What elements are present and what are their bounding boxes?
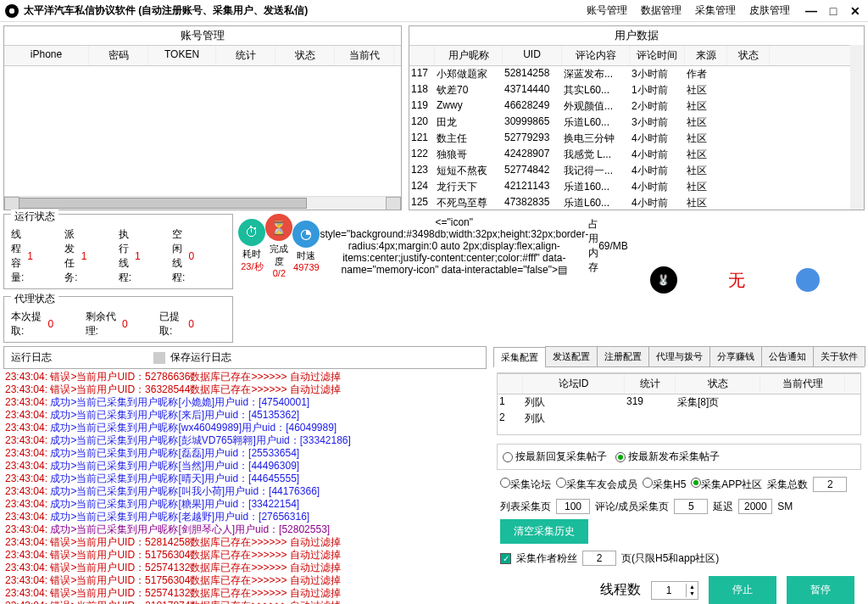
pause-button[interactable]: 暂停 (787, 576, 854, 604)
col-token[interactable]: TOKEN (148, 46, 216, 65)
table-row[interactable]: 124龙行天下42121143乐道160...4小时前社区 (409, 179, 850, 195)
col-iphone[interactable]: iPhone (4, 46, 89, 65)
list-page-input[interactable] (556, 499, 590, 514)
clear-history-button[interactable]: 清空采集历史 (500, 519, 588, 544)
table-row[interactable]: 118钦差7043714440其实L60...1小时前社区 (409, 82, 850, 98)
speed-label: 时速 (292, 249, 320, 262)
tab-send-config[interactable]: 发送配置 (545, 346, 598, 366)
table-row[interactable]: 123短短不熬夜52774842我记得一...4小时前社区 (409, 163, 850, 179)
log-title: 运行日志 (11, 350, 52, 365)
tab-about[interactable]: 关于软件 (813, 346, 865, 366)
thread-spinner[interactable]: ▲▼ (651, 581, 698, 600)
col-nickname[interactable]: 用户昵称 (435, 46, 503, 65)
clock-icon: ⏱ (238, 219, 265, 246)
table-row[interactable]: 120田龙30999865乐道L60...3小时前社区 (409, 115, 850, 131)
log-body[interactable]: 23:43:04: 错误>当前用户UID：52786636数据库已存在>>>>>… (3, 371, 487, 604)
delay-input[interactable] (738, 499, 772, 514)
col-state[interactable]: 状态 (275, 46, 335, 65)
menu-collect[interactable]: 采集管理 (695, 3, 736, 18)
col-source[interactable]: 来源 (685, 46, 727, 65)
done-value: 0/2 (265, 268, 292, 278)
bottom-bar: 线程数 ▲▼ 停止 暂停 (493, 569, 865, 604)
table-row[interactable]: 1列队319采集[8]页 (498, 394, 860, 411)
forum-table-body[interactable]: 1列队319采集[8]页2列队 (498, 394, 860, 427)
account-table-head: iPhone 密码 TOKEN 统计 状态 当前代 (4, 45, 401, 66)
total-label: 采集总数 (767, 478, 808, 492)
user-table-head: 用户昵称 UID 评论内容 评论时间 来源 状态 (409, 45, 850, 66)
col-proxy[interactable]: 当前代 (335, 46, 394, 65)
table-row[interactable]: 2列队 (498, 411, 860, 427)
scroll-thumb[interactable] (19, 198, 307, 209)
col-state2[interactable]: 状态 (727, 46, 770, 65)
metrics-bar: ⏱耗时23/秒 ⏳完成度0/2 ◔时速49739 <="icon" style=… (238, 214, 628, 278)
col-forum-id[interactable]: 论坛ID (523, 374, 625, 394)
col-forum-state[interactable]: 状态 (676, 374, 760, 394)
log-line: 23:43:04: 成功>当前已采集到用户昵称[磊磊]用户uid：[255336… (5, 447, 485, 460)
log-line: 23:43:04: 成功>当前已采集到用户昵称[老越野]用户uid：[27656… (5, 511, 485, 523)
v-scrollbar[interactable] (850, 45, 864, 210)
fetch-label: 本次提取: (11, 310, 45, 338)
menu-data[interactable]: 数据管理 (641, 3, 682, 18)
radio-h5[interactable]: 采集H5 (643, 478, 686, 492)
user-table-body[interactable]: 117小郑做题家52814258深蓝发布...3小时前作者118钦差704371… (409, 66, 850, 210)
collect-type-row: 采集论坛 采集车友会成员 采集H5 采集APP社区 采集总数 (493, 473, 865, 495)
thread-input[interactable] (652, 582, 686, 599)
idle-label: 空闲线程: (172, 227, 185, 285)
used-value: 0 (188, 318, 205, 330)
table-row[interactable]: 119Zwwy46628249外观颜值...2小时前社区 (409, 98, 850, 115)
used-label: 已提取: (159, 310, 185, 338)
col-forum-stat[interactable]: 统计 (625, 374, 676, 394)
proxy-status-group: 代理状态 本次提取:0 剩余代理:0 已提取:0 (3, 296, 233, 343)
page-config-row: 列表采集页 评论/成员采集页 延迟 SM 清空采集历史 (493, 495, 865, 547)
log-line: 23:43:04: 错误>当前用户UID：52814258数据库已存在>>>>>… (5, 536, 485, 549)
col-time[interactable]: 评论时间 (630, 46, 685, 65)
tab-proxy-dial[interactable]: 代理与拨号 (648, 346, 710, 366)
tab-announce[interactable]: 公告通知 (761, 346, 814, 366)
user-data-panel: 用户数据 用户昵称 UID 评论内容 评论时间 来源 状态 117小郑做题家52… (409, 25, 865, 210)
task-value: 1 (81, 250, 98, 262)
radio-by-reply[interactable]: 按最新回复采集帖子 (503, 450, 607, 464)
log-line: 23:43:04: 错误>当前用户UID：51756304数据库已存在>>>>>… (5, 574, 485, 587)
log-line: 23:43:04: 成功>当前已采集到用户昵称[晴天]用户uid：[446455… (5, 473, 485, 485)
forum-table: 论坛ID 统计 状态 当前代理 1列队319采集[8]页2列队 (497, 372, 861, 435)
window-title: 太平洋汽车私信协议软件 (自动注册账号、采集用户、发送私信) (24, 3, 308, 18)
radio-forum[interactable]: 采集论坛 (500, 478, 551, 492)
maximize-button[interactable]: □ (826, 3, 841, 19)
cmt-page-input[interactable] (674, 499, 708, 514)
col-password[interactable]: 密码 (89, 46, 148, 65)
proxy-none-1: 无 (728, 269, 745, 292)
stop-button[interactable]: 停止 (709, 576, 776, 604)
table-row[interactable]: 122独狼哥42428907我感觉 L...4小时前社区 (409, 147, 850, 163)
list-page-label: 列表采集页 (500, 500, 551, 514)
radio-app[interactable]: 采集APP社区 (691, 478, 762, 492)
clock-blue-icon (796, 268, 820, 292)
col-stat[interactable]: 统计 (216, 46, 275, 65)
menu-account[interactable]: 账号管理 (587, 3, 627, 18)
minimize-button[interactable]: — (804, 3, 819, 19)
rabbit-icon: 🐰 (650, 266, 677, 294)
h-scrollbar[interactable] (4, 196, 401, 210)
table-row[interactable]: 125不死鸟至尊47382835乐道L60...4小时前社区 (409, 195, 850, 210)
save-log-checkbox[interactable] (153, 352, 165, 364)
col-comment[interactable]: 评论内容 (562, 46, 630, 65)
spinner-down-icon[interactable]: ▼ (687, 590, 698, 597)
col-uid[interactable]: UID (503, 46, 562, 65)
hourglass-icon: ⏳ (265, 214, 292, 241)
tab-collect-config[interactable]: 采集配置 (493, 347, 546, 367)
table-row[interactable]: 117小郑做题家52814258深蓝发布...3小时前作者 (409, 66, 850, 82)
radio-by-publish[interactable]: 按最新发布采集帖子 (615, 450, 720, 464)
tab-share-earn[interactable]: 分享赚钱 (709, 346, 762, 366)
tab-register-config[interactable]: 注册配置 (597, 346, 649, 366)
log-line: 23:43:04: 成功>当前已采集到用户昵称[来后]用户uid：[451353… (5, 409, 485, 422)
table-row[interactable]: 121数主任52779293换电三分钟4小时前社区 (409, 131, 850, 147)
close-button[interactable]: ✕ (848, 3, 863, 19)
thread-cap-value: 1 (27, 250, 44, 262)
fans-row: ✓ 采集作者粉丝 页(只限H5和app社区) (493, 547, 865, 569)
menu-skin[interactable]: 皮肤管理 (749, 3, 790, 18)
total-input[interactable] (813, 477, 847, 492)
radio-club[interactable]: 采集车友会成员 (556, 478, 637, 492)
col-forum-proxy[interactable]: 当前代理 (760, 374, 845, 394)
spinner-up-icon[interactable]: ▲ (687, 584, 698, 590)
fans-checkbox[interactable]: ✓ (500, 553, 511, 564)
fans-pages-input[interactable] (582, 551, 616, 566)
